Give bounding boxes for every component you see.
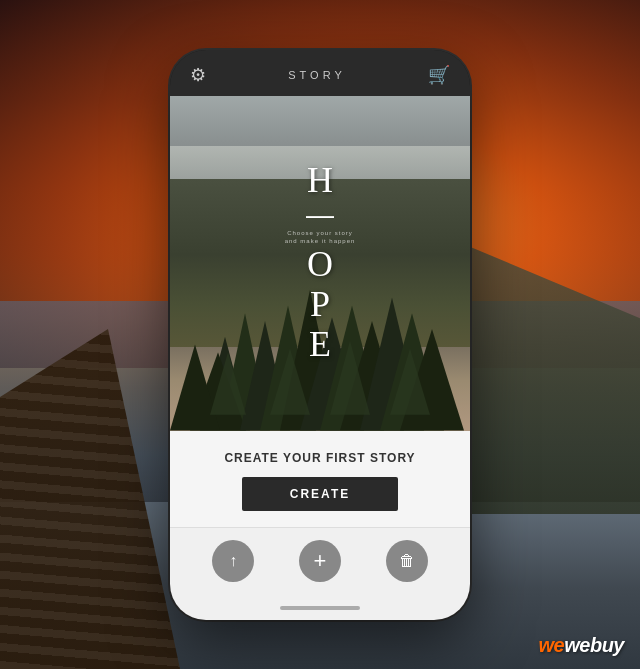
- upload-icon: ↑: [229, 552, 237, 570]
- webuy-logo: wewebuy: [539, 634, 624, 657]
- story-image-area: H — Choose your story and make it happen…: [170, 96, 470, 431]
- upload-button[interactable]: ↑: [212, 540, 254, 582]
- hope-letter-h: H: [307, 161, 333, 201]
- hope-letter-o: O: [307, 246, 333, 286]
- hope-letter-e: E: [309, 325, 331, 365]
- hope-dash: —: [306, 201, 334, 229]
- create-button[interactable]: CREATE: [242, 477, 398, 511]
- phone-content-area: CREATE YOUR FIRST STORY CREATE: [170, 431, 470, 527]
- add-button[interactable]: +: [299, 540, 341, 582]
- phone-toolbar: ↑ + 🗑: [170, 527, 470, 600]
- settings-icon[interactable]: ⚙: [190, 64, 206, 86]
- add-icon: +: [314, 548, 327, 574]
- story-title: STORY: [288, 69, 346, 81]
- create-story-label: CREATE YOUR FIRST STORY: [186, 451, 454, 465]
- hope-small-text: Choose your story and make it happen: [285, 229, 356, 246]
- hope-letter-p: P: [310, 285, 330, 325]
- delete-icon: 🗑: [399, 552, 415, 570]
- phone-frame: ⚙ STORY 🛒: [170, 50, 470, 620]
- delete-button[interactable]: 🗑: [386, 540, 428, 582]
- hope-vertical-text: H — Choose your story and make it happen…: [285, 161, 356, 364]
- phone-header: ⚙ STORY 🛒: [170, 50, 470, 96]
- home-indicator: [170, 600, 470, 620]
- cart-icon[interactable]: 🛒: [428, 64, 450, 86]
- home-bar: [280, 606, 360, 610]
